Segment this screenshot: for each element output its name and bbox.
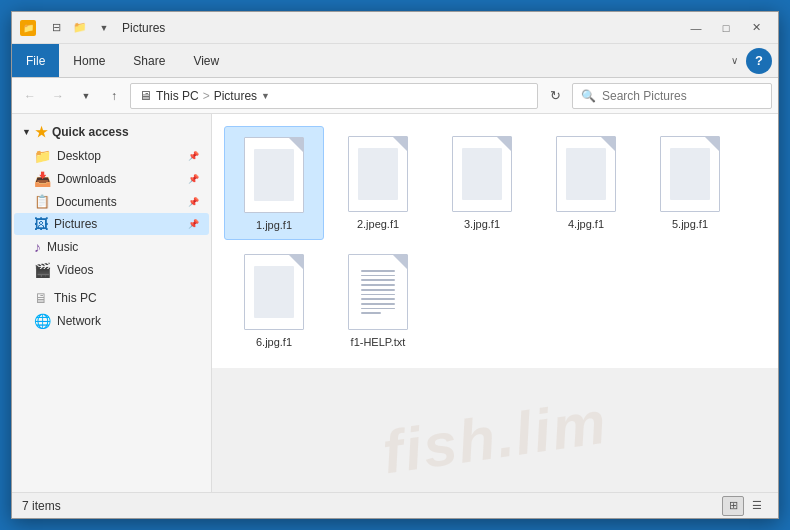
sidebar-item-downloads[interactable]: 📥 Downloads 📌 (14, 168, 209, 190)
file-area-container: fish.lim 1.jpg.f1 (212, 114, 778, 492)
sidebar-item-label: Pictures (54, 217, 97, 231)
title-bar: 📁 ⊟ 📁 ▼ Pictures — □ ✕ (12, 12, 778, 44)
file-item[interactable]: f1-HELP.txt (328, 244, 428, 356)
sidebar-item-label: Videos (57, 263, 93, 277)
nav-chevron-button[interactable]: ▼ (74, 84, 98, 108)
search-icon: 🔍 (581, 89, 596, 103)
file-item[interactable]: 2.jpeg.f1 (328, 126, 428, 240)
file-icon-3 (448, 134, 516, 214)
file-page (348, 136, 408, 212)
qat-btn1[interactable]: ⊟ (46, 18, 66, 38)
file-line (361, 275, 395, 277)
quick-access-label: Quick access (52, 125, 129, 139)
tab-file[interactable]: File (12, 44, 59, 77)
explorer-window: 📁 ⊟ 📁 ▼ Pictures — □ ✕ File Home Share V… (11, 11, 779, 519)
breadcrumb-current: Pictures (214, 89, 257, 103)
close-button[interactable]: ✕ (742, 17, 770, 39)
file-name: 3.jpg.f1 (464, 218, 500, 230)
pictures-icon: 🖼 (34, 216, 48, 232)
sidebar-item-pictures[interactable]: 🖼 Pictures 📌 (14, 213, 209, 235)
minimize-button[interactable]: — (682, 17, 710, 39)
file-area: 1.jpg.f1 2.jpeg.f1 (212, 114, 778, 368)
tab-share[interactable]: Share (119, 44, 179, 77)
view-details-button[interactable]: ☰ (746, 496, 768, 516)
qat-chevron[interactable]: ▼ (94, 18, 114, 38)
status-count: 7 items (22, 499, 722, 513)
refresh-button[interactable]: ↻ (542, 83, 568, 109)
sidebar-item-videos[interactable]: 🎬 Videos (14, 259, 209, 281)
file-page (556, 136, 616, 212)
address-bar: ← → ▼ ↑ 🖥 This PC > Pictures ▼ ↻ 🔍 (12, 78, 778, 114)
view-large-icons-button[interactable]: ⊞ (722, 496, 744, 516)
file-name: f1-HELP.txt (351, 336, 406, 348)
nav-back-button[interactable]: ← (18, 84, 42, 108)
file-item[interactable]: 5.jpg.f1 (640, 126, 740, 240)
sidebar: ▼ ★ Quick access 📁 Desktop 📌 📥 Downloads… (12, 114, 212, 492)
file-name: 5.jpg.f1 (672, 218, 708, 230)
sidebar-item-thispc[interactable]: 🖥 This PC (14, 287, 209, 309)
file-page (452, 136, 512, 212)
thispc-label: This PC (54, 291, 97, 305)
ribbon-collapse-chevron[interactable]: ∨ (731, 55, 738, 66)
chevron-icon: ▼ (22, 127, 31, 137)
quick-access-toolbar: 📁 ⊟ 📁 ▼ (20, 18, 114, 38)
nav-forward-button[interactable]: → (46, 84, 70, 108)
videos-icon: 🎬 (34, 262, 51, 278)
quick-access-header[interactable]: ▼ ★ Quick access (12, 120, 211, 144)
file-page (660, 136, 720, 212)
sidebar-item-documents[interactable]: 📋 Documents 📌 (14, 191, 209, 212)
nav-up-button[interactable]: ↑ (102, 84, 126, 108)
file-line (361, 298, 395, 300)
search-box[interactable]: 🔍 (572, 83, 772, 109)
breadcrumb[interactable]: 🖥 This PC > Pictures ▼ (130, 83, 538, 109)
music-icon: ♪ (34, 239, 41, 255)
breadcrumb-thispc: This PC (156, 89, 199, 103)
file-name: 2.jpeg.f1 (357, 218, 399, 230)
file-name: 4.jpg.f1 (568, 218, 604, 230)
window-controls: — □ ✕ (682, 17, 770, 39)
tab-view[interactable]: View (179, 44, 233, 77)
file-line (361, 289, 395, 291)
file-line (361, 303, 395, 305)
search-input[interactable] (602, 89, 763, 103)
file-page (244, 137, 304, 213)
file-item[interactable]: 4.jpg.f1 (536, 126, 636, 240)
sidebar-item-network[interactable]: 🌐 Network (14, 310, 209, 332)
sidebar-item-music[interactable]: ♪ Music (14, 236, 209, 258)
file-item[interactable]: 3.jpg.f1 (432, 126, 532, 240)
tab-home[interactable]: Home (59, 44, 119, 77)
star-icon: ★ (35, 124, 48, 140)
pin-icon: 📌 (188, 151, 199, 161)
file-page-inner (254, 149, 294, 201)
window-title: Pictures (122, 21, 682, 35)
file-item[interactable]: 1.jpg.f1 (224, 126, 324, 240)
status-bar: 7 items ⊞ ☰ (12, 492, 778, 518)
breadcrumb-sep: > (203, 89, 210, 103)
file-icon-1 (240, 135, 308, 215)
file-page-inner (566, 148, 606, 200)
main-area: ▼ ★ Quick access 📁 Desktop 📌 📥 Downloads… (12, 114, 778, 492)
window-icon: 📁 (20, 20, 36, 36)
pin-icon: 📌 (188, 197, 199, 207)
file-icon-6 (240, 252, 308, 332)
sidebar-item-label: Music (47, 240, 78, 254)
file-icon-7 (344, 252, 412, 332)
help-button[interactable]: ? (746, 48, 772, 74)
file-page-inner (670, 148, 710, 200)
ribbon: File Home Share View ∨ ? (12, 44, 778, 78)
file-line (361, 312, 381, 314)
file-line (361, 284, 395, 286)
file-line (361, 279, 395, 281)
watermark: fish.lim (212, 364, 778, 492)
file-page (348, 254, 408, 330)
pin-icon: 📌 (188, 219, 199, 229)
breadcrumb-chevron[interactable]: ▼ (261, 91, 270, 101)
sidebar-item-desktop[interactable]: 📁 Desktop 📌 (14, 145, 209, 167)
qat-btn2[interactable]: 📁 (70, 18, 90, 38)
maximize-button[interactable]: □ (712, 17, 740, 39)
file-line (361, 308, 395, 310)
view-buttons: ⊞ ☰ (722, 496, 768, 516)
file-item[interactable]: 6.jpg.f1 (224, 244, 324, 356)
thispc-icon: 🖥 (34, 290, 48, 306)
file-icon-2 (344, 134, 412, 214)
